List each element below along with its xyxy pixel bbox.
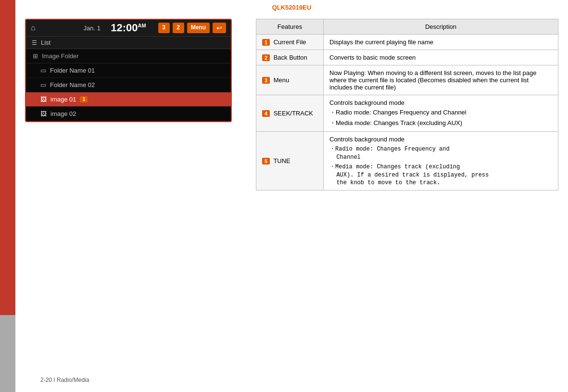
badge-3: 3 bbox=[262, 77, 270, 84]
image-folder-label: Image Folder bbox=[42, 52, 79, 60]
table-row: 4 SEEK/TRACK Controls background mode ・R… bbox=[256, 95, 558, 132]
feature-label-1: Current File bbox=[274, 38, 306, 46]
feature-label-5: TUNE bbox=[273, 157, 290, 164]
feature-cell-3: 3 Menu bbox=[256, 65, 324, 95]
device-screen-container: ⌂ Jan. 1 12:00AM 3 2 Menu ↩ ☰ List bbox=[25, 19, 241, 190]
table-container: Features Description 1 Current File Disp… bbox=[256, 19, 558, 190]
desc-cell-1: Displays the current playing file name bbox=[324, 35, 558, 50]
device-top-bar: ⌂ Jan. 1 12:00AM 3 2 Menu ↩ bbox=[26, 20, 231, 37]
folder1-item[interactable]: ▭ Folder Name 01 bbox=[26, 63, 231, 78]
page-title: QLK52019EU bbox=[15, 0, 568, 14]
folder-icon: ⊞ bbox=[33, 52, 38, 60]
feature-label-4: SEEK/TRACK bbox=[274, 110, 313, 117]
folder1-label: Folder Name 01 bbox=[50, 67, 95, 74]
subfolder-icon: ▭ bbox=[40, 67, 46, 74]
feature-cell-1: 1 Current File bbox=[256, 35, 324, 50]
list-icon: ☰ bbox=[32, 39, 37, 46]
device-time: 12:00AM bbox=[111, 22, 146, 34]
desc-bullet-4-1: ・Radio mode: Changes Frequency and Chann… bbox=[329, 108, 552, 117]
table-row: 2 Back Button Converts to basic mode scr… bbox=[256, 50, 558, 65]
device-list-header: ☰ List bbox=[26, 37, 231, 49]
col1-header: Features bbox=[256, 19, 324, 35]
badge-1: 1 bbox=[262, 39, 270, 46]
left-sidebar-bar bbox=[0, 0, 15, 392]
image1-item[interactable]: 🖼 image 01 1 bbox=[26, 92, 231, 107]
desc-cell-5: Controls background mode ・Radio mode: Ch… bbox=[324, 132, 558, 190]
table-row: 5 TUNE Controls background mode ・Radio m… bbox=[256, 132, 558, 190]
feature-cell-2: 2 Back Button bbox=[256, 50, 324, 65]
subfolder-icon2: ▭ bbox=[40, 81, 46, 89]
btn3[interactable]: 3 bbox=[158, 23, 170, 33]
folder2-label: Folder Name 02 bbox=[50, 81, 95, 89]
desc-intro-5: Controls background mode bbox=[329, 136, 552, 143]
desc-cell-4: Controls background mode ・Radio mode: Ch… bbox=[324, 95, 558, 132]
feature-cell-5: 5 TUNE bbox=[256, 132, 324, 190]
desc-bullet-4-2: ・Media mode: Changes Track (excluding AU… bbox=[329, 119, 552, 127]
folder2-item[interactable]: ▭ Folder Name 02 bbox=[26, 78, 231, 92]
desc-text-2: Converts to basic mode screen bbox=[329, 54, 416, 61]
content-row: ⌂ Jan. 1 12:00AM 3 2 Menu ↩ ☰ List bbox=[15, 14, 568, 190]
badge-4: 4 bbox=[262, 110, 270, 117]
feature-cell-4: 4 SEEK/TRACK bbox=[256, 95, 324, 132]
desc-cell-2: Converts to basic mode screen bbox=[324, 50, 558, 65]
device-buttons: 3 2 Menu ↩ bbox=[158, 23, 226, 33]
image-icon1: 🖼 bbox=[40, 96, 47, 103]
bottom-sidebar-bar bbox=[0, 315, 15, 392]
table-row: 1 Current File Displays the current play… bbox=[256, 35, 558, 50]
image1-label: image 01 bbox=[50, 96, 76, 103]
desc-text-3: Now Playing: When moving to a different … bbox=[329, 69, 536, 91]
image1-badge: 1 bbox=[80, 96, 88, 102]
feature-label-2: Back Button bbox=[274, 54, 307, 61]
desc-text-1: Displays the current playing file name bbox=[329, 38, 433, 46]
device-screen: ⌂ Jan. 1 12:00AM 3 2 Menu ↩ ☰ List bbox=[25, 19, 232, 122]
list-label: List bbox=[41, 39, 50, 46]
image-folder-header: ⊞ Image Folder bbox=[26, 49, 231, 63]
page-footer: 2-20 I Radio/Media bbox=[40, 377, 89, 383]
desc-bullet-5-1: ・Radio mode: Changes Frequency and Chann… bbox=[329, 145, 552, 161]
main-content: QLK52019EU ⌂ Jan. 1 12:00AM 3 2 Menu ↩ bbox=[15, 0, 568, 392]
desc-intro-4: Controls background mode bbox=[329, 99, 552, 106]
table-row: 3 Menu Now Playing: When moving to a dif… bbox=[256, 65, 558, 95]
back-button[interactable]: ↩ bbox=[213, 23, 226, 33]
badge-5: 5 bbox=[262, 158, 270, 164]
image2-item[interactable]: 🖼 image 02 bbox=[26, 107, 231, 121]
menu-button[interactable]: Menu bbox=[187, 23, 210, 33]
image2-label: image 02 bbox=[50, 110, 76, 117]
features-table: Features Description 1 Current File Disp… bbox=[256, 19, 558, 190]
btn2[interactable]: 2 bbox=[173, 23, 184, 33]
badge-2: 2 bbox=[262, 54, 270, 61]
device-list-body: ⊞ Image Folder ▭ Folder Name 01 ▭ Folder… bbox=[26, 49, 231, 121]
col2-header: Description bbox=[324, 19, 558, 35]
desc-bullet-5-2: ・Media mode: Changes track (excluding AU… bbox=[329, 163, 552, 186]
feature-label-3: Menu bbox=[274, 76, 290, 84]
image-icon2: 🖼 bbox=[40, 110, 47, 117]
desc-cell-3: Now Playing: When moving to a different … bbox=[324, 65, 558, 95]
